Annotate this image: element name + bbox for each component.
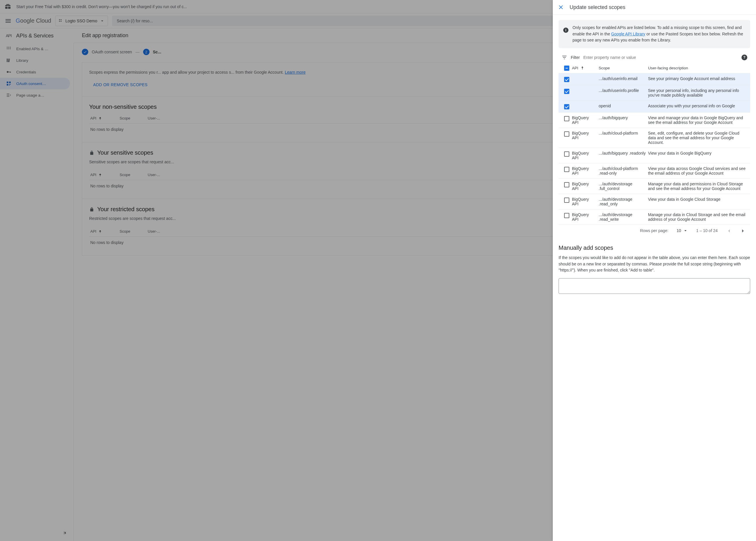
rows-per-page-select[interactable]: 10 <box>676 228 688 233</box>
scope-name: openid <box>599 104 648 108</box>
pager-range: 1 – 10 of 24 <box>696 228 718 233</box>
manual-add-title: Manually add scopes <box>559 245 750 251</box>
scope-api: BigQuery API <box>572 116 599 125</box>
scope-row: BigQuery API .../auth/bigquery View and … <box>559 113 750 128</box>
scope-name: .../auth/userinfo.email <box>599 76 648 81</box>
scope-api: BigQuery API <box>572 212 599 222</box>
scope-checkbox[interactable] <box>564 89 569 94</box>
pager-prev-button[interactable] <box>726 228 732 234</box>
info-bar: i Only scopes for enabled APIs are liste… <box>559 20 750 48</box>
scope-name: .../auth/cloud-platform .read-only <box>599 166 648 176</box>
scope-description: View your data across Google Cloud servi… <box>648 166 747 176</box>
scope-row: .../auth/userinfo.email See your primary… <box>559 73 750 85</box>
th-api[interactable]: API <box>572 66 578 70</box>
filter-input[interactable] <box>583 55 738 60</box>
scope-row: BigQuery API .../auth/devstorage .full_c… <box>559 179 750 194</box>
sort-up-icon[interactable] <box>580 66 585 70</box>
scope-name: .../auth/devstorage .read_only <box>599 197 648 206</box>
manual-scopes-textarea[interactable] <box>559 278 750 294</box>
drawer-title: Update selected scopes <box>570 4 625 10</box>
scope-api: BigQuery API <box>572 151 599 160</box>
svg-rect-30 <box>582 67 582 69</box>
scope-description: Associate you with your personal info on… <box>648 104 747 108</box>
scope-row: .../auth/userinfo.profile See your perso… <box>559 85 750 101</box>
scope-row: BigQuery API .../auth/cloud-platform See… <box>559 128 750 148</box>
scope-checkbox[interactable] <box>564 213 569 218</box>
scope-name: .../auth/bigquery .readonly <box>599 151 648 156</box>
scope-description: See your primary Google Account email ad… <box>648 76 747 81</box>
scope-checkbox[interactable] <box>564 116 569 121</box>
scope-checkbox[interactable] <box>564 104 569 109</box>
scopes-drawer: Update selected scopes i Only scopes for… <box>553 0 756 541</box>
scope-description: View your data in Google BigQuery <box>648 151 747 156</box>
scope-description: Manage your data and permissions in Clou… <box>648 182 747 191</box>
filter-icon <box>561 55 567 60</box>
info-icon: i <box>563 28 568 33</box>
scope-api: BigQuery API <box>572 182 599 191</box>
close-icon <box>558 4 564 10</box>
scope-description: View and manage your data in Google BigQ… <box>648 116 747 125</box>
scope-row: openid Associate you with your personal … <box>559 101 750 113</box>
scope-description: View your data in Google Cloud Storage <box>648 197 747 202</box>
table-pager: Rows per page: 10 1 – 10 of 24 <box>559 225 750 237</box>
scope-checkbox[interactable] <box>564 152 569 157</box>
scope-name: .../auth/userinfo.profile <box>599 88 648 93</box>
scope-checkbox[interactable] <box>564 131 569 137</box>
table-header: API Scope User-facing description <box>559 63 750 73</box>
close-drawer-button[interactable] <box>558 4 564 10</box>
scope-row: BigQuery API .../auth/bigquery .readonly… <box>559 148 750 163</box>
scope-row: BigQuery API .../auth/cloud-platform .re… <box>559 163 750 179</box>
scope-api: BigQuery API <box>572 131 599 140</box>
scope-name: .../auth/devstorage .full_control <box>599 182 648 191</box>
select-all-checkbox[interactable] <box>564 66 569 71</box>
google-api-library-link[interactable]: Google API Library <box>611 32 645 36</box>
scope-table: API Scope User-facing description .../au… <box>559 63 750 225</box>
scope-row: BigQuery API .../auth/devstorage .read_w… <box>559 210 750 225</box>
scope-checkbox[interactable] <box>564 198 569 203</box>
th-scope[interactable]: Scope <box>599 66 610 70</box>
th-desc[interactable]: User-facing description <box>648 66 688 70</box>
filter-label: Filter <box>571 55 580 60</box>
scope-name: .../auth/bigquery <box>599 116 648 120</box>
pager-next-button[interactable] <box>740 228 746 234</box>
scope-name: .../auth/devstorage .read_write <box>599 212 648 222</box>
scope-description: See your personal info, including any pe… <box>648 88 747 98</box>
chevron-down-icon <box>683 228 688 233</box>
scope-description: Manage your data in Cloud Storage and se… <box>648 212 747 222</box>
scope-checkbox[interactable] <box>564 182 569 188</box>
scope-name: .../auth/cloud-platform <box>599 131 648 136</box>
scope-checkbox[interactable] <box>564 77 569 82</box>
help-icon[interactable]: ? <box>741 55 747 60</box>
manual-add-desc: If the scopes you would like to add do n… <box>559 255 750 273</box>
scope-api: BigQuery API <box>572 166 599 176</box>
filter-row: Filter ? <box>559 52 750 63</box>
scope-checkbox[interactable] <box>564 167 569 172</box>
scope-description: See, edit, configure, and delete your Go… <box>648 131 747 145</box>
rows-per-page-label: Rows per page: <box>640 228 668 233</box>
scope-api: BigQuery API <box>572 197 599 206</box>
scope-row: BigQuery API .../auth/devstorage .read_o… <box>559 194 750 210</box>
